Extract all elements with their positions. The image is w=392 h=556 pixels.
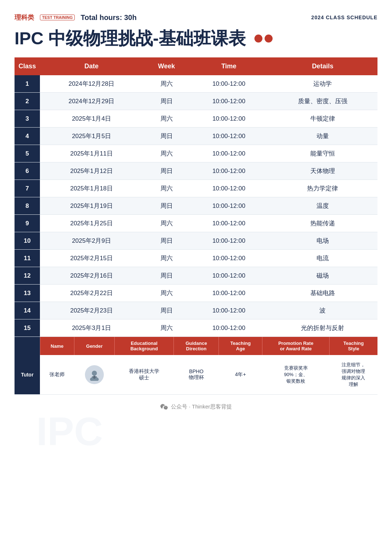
- header-week: Week: [143, 57, 190, 75]
- tutor-row: Tutor 张老师 香港科技大学硕士 BPHO物理杯 4年+ 竞赛获: [15, 355, 377, 395]
- class-num: 9: [15, 215, 40, 232]
- class-week: 周六: [143, 319, 190, 337]
- class-time: 10:00-12:00: [190, 319, 268, 337]
- class-num: 3: [15, 110, 40, 128]
- class-week: 周日: [143, 128, 190, 145]
- header-class: Class: [15, 57, 40, 75]
- class-details: 基础电路: [268, 285, 377, 302]
- table-row: 152025年3月1日周六10:00-12:00光的折射与反射: [15, 319, 377, 337]
- header-time: Time: [190, 57, 268, 75]
- header-date: Date: [40, 57, 143, 75]
- table-row: 92025年1月25日周六10:00-12:00热能传递: [15, 215, 377, 232]
- wechat-icon: [160, 403, 168, 411]
- class-num: 4: [15, 128, 40, 145]
- class-details: 动量: [268, 128, 377, 145]
- tutor-header-row: Name Gender EducationalBackground Guidan…: [15, 337, 377, 355]
- class-date: 2025年1月4日: [40, 110, 143, 128]
- class-date: 2025年2月15日: [40, 250, 143, 267]
- class-date: 2025年1月11日: [40, 145, 143, 162]
- tutor-header-guidance: GuidanceDirection: [174, 337, 219, 355]
- class-date: 2025年1月19日: [40, 197, 143, 215]
- class-time: 10:00-12:00: [190, 145, 268, 162]
- class-num: 15: [15, 319, 40, 337]
- class-details: 电流: [268, 250, 377, 267]
- class-week: 周日: [143, 232, 190, 250]
- table-row: 42025年1月5日周日10:00-12:00动量: [15, 128, 377, 145]
- table-row: 82025年1月19日周日10:00-12:00温度: [15, 197, 377, 215]
- class-num: 7: [15, 180, 40, 197]
- class-num: 2: [15, 93, 40, 110]
- total-hours: Total hours: 30h: [81, 13, 136, 22]
- table-row: 22024年12月29日周日10:00-12:00质量、密度、压强: [15, 93, 377, 110]
- class-date: 2025年2月9日: [40, 232, 143, 250]
- class-date: 2025年2月16日: [40, 267, 143, 285]
- class-num: 11: [15, 250, 40, 267]
- class-date: 2025年1月25日: [40, 215, 143, 232]
- tutor-teaching-style: 注意细节，强调对物理规律的深入理解: [330, 355, 377, 395]
- class-details: 热能传递: [268, 215, 377, 232]
- class-time: 10:00-12:00: [190, 128, 268, 145]
- table-row: 72025年1月18日周六10:00-12:00热力学定律: [15, 180, 377, 197]
- tutor-promotion-rate: 竞赛获奖率90%；金、银奖数枚: [262, 355, 330, 395]
- footer-text: 公众号 · Thinker思客背提: [171, 403, 232, 410]
- class-time: 10:00-12:00: [190, 75, 268, 93]
- class-num: 8: [15, 197, 40, 215]
- class-details: 能量守恒: [268, 145, 377, 162]
- table-row: 122025年2月16日周日10:00-12:00磁场: [15, 267, 377, 285]
- class-details: 光的折射与反射: [268, 319, 377, 337]
- class-time: 10:00-12:00: [190, 197, 268, 215]
- tutor-label: Tutor: [15, 355, 40, 395]
- top-left: 理科类 TEST TRAINING Total hours: 30h: [15, 13, 136, 22]
- class-details: 电场: [268, 232, 377, 250]
- class-num: 1: [15, 75, 40, 93]
- tutor-header-promotion: Promotion Rateor Award Rate: [262, 337, 330, 355]
- class-week: 周六: [143, 110, 190, 128]
- class-date: 2025年1月12日: [40, 162, 143, 180]
- class-details: 温度: [268, 197, 377, 215]
- class-week: 周六: [143, 215, 190, 232]
- class-time: 10:00-12:00: [190, 162, 268, 180]
- class-time: 10:00-12:00: [190, 285, 268, 302]
- class-week: 周日: [143, 93, 190, 110]
- class-week: 周六: [143, 75, 190, 93]
- class-date: 2025年1月5日: [40, 128, 143, 145]
- schedule-label: 2024 CLASS SCHEDULE: [311, 15, 377, 20]
- class-time: 10:00-12:00: [190, 302, 268, 319]
- class-time: 10:00-12:00: [190, 250, 268, 267]
- class-week: 周日: [143, 197, 190, 215]
- background-watermark: IPC: [36, 408, 103, 454]
- class-details: 波: [268, 302, 377, 319]
- table-row: 112025年2月15日周六10:00-12:00电流: [15, 250, 377, 267]
- class-details: 牛顿定律: [268, 110, 377, 128]
- table-row: 12024年12月28日周六10:00-12:00运动学: [15, 75, 377, 93]
- table-row: 132025年2月22日周六10:00-12:00基础电路: [15, 285, 377, 302]
- tutor-header-teaching-age: TeachingAge: [219, 337, 262, 355]
- header-details: Details: [268, 57, 377, 75]
- page: IPC 理科类 TEST TRAINING Total hours: 30h 2…: [0, 0, 392, 556]
- class-date: 2025年3月1日: [40, 319, 143, 337]
- class-details: 天体物理: [268, 162, 377, 180]
- class-week: 周六: [143, 180, 190, 197]
- class-time: 10:00-12:00: [190, 180, 268, 197]
- class-num: 14: [15, 302, 40, 319]
- tutor-header-gender: Gender: [74, 337, 115, 355]
- class-date: 2024年12月28日: [40, 75, 143, 93]
- svg-point-0: [92, 371, 97, 376]
- class-week: 周日: [143, 162, 190, 180]
- top-bar: 理科类 TEST TRAINING Total hours: 30h 2024 …: [15, 13, 377, 22]
- schedule-table: Class Date Week Time Details 12024年12月28…: [15, 57, 377, 337]
- brand-tag: TEST TRAINING: [40, 15, 75, 20]
- class-num: 5: [15, 145, 40, 162]
- brand-label: 理科类: [15, 13, 34, 22]
- table-row: 62025年1月12日周日10:00-12:00天体物理: [15, 162, 377, 180]
- tutor-header-education: EducationalBackground: [115, 337, 174, 355]
- tutor-name: 张老师: [40, 355, 74, 395]
- class-date: 2025年1月18日: [40, 180, 143, 197]
- class-num: 6: [15, 162, 40, 180]
- title-dots: [254, 35, 273, 43]
- dot-2: [265, 35, 273, 43]
- table-row: 142025年2月23日周日10:00-12:00波: [15, 302, 377, 319]
- class-num: 12: [15, 267, 40, 285]
- tutor-header-name: Name: [40, 337, 74, 355]
- tutor-header-style: TeachingStyle: [330, 337, 377, 355]
